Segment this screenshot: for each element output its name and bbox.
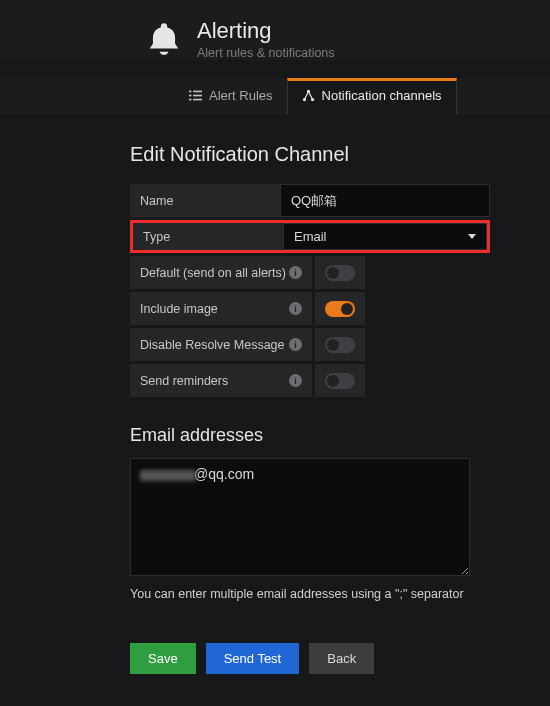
include-image-toggle[interactable] [325, 301, 355, 317]
tab-alert-rules-label: Alert Rules [209, 88, 273, 103]
info-icon[interactable]: i [289, 374, 302, 387]
page-header: Alerting Alert rules & notifications [0, 0, 550, 60]
disable-resolve-toggle[interactable] [325, 337, 355, 353]
default-row: Default (send on all alerts) i [130, 256, 490, 289]
page-title: Edit Notification Channel [130, 143, 490, 166]
type-select[interactable]: Email [283, 223, 487, 250]
chevron-down-icon [468, 234, 476, 239]
type-value: Email [294, 229, 327, 244]
tabs: Alert Rules Notification channels [0, 78, 550, 115]
save-button[interactable]: Save [130, 643, 196, 674]
info-icon[interactable]: i [289, 338, 302, 351]
svg-rect-2 [189, 95, 191, 97]
button-row: Save Send Test Back [130, 643, 490, 674]
send-reminders-row: Send reminders i [130, 364, 490, 397]
send-reminders-label: Send reminders i [130, 364, 312, 397]
default-label: Default (send on all alerts) i [130, 256, 312, 289]
name-input[interactable] [280, 184, 490, 217]
default-toggle[interactable] [325, 265, 355, 281]
include-image-label: Include image i [130, 292, 312, 325]
name-row: Name [130, 184, 490, 217]
email-hint: You can enter multiple email addresses u… [130, 587, 490, 601]
svg-rect-0 [189, 91, 191, 93]
send-reminders-toggle[interactable] [325, 373, 355, 389]
header-title: Alerting [197, 18, 335, 44]
back-button[interactable]: Back [309, 643, 374, 674]
svg-rect-1 [193, 91, 202, 93]
share-icon [302, 89, 315, 102]
svg-rect-4 [189, 99, 191, 101]
disable-resolve-row: Disable Resolve Message i [130, 328, 490, 361]
list-icon [189, 89, 202, 102]
info-icon[interactable]: i [289, 266, 302, 279]
type-label: Type [133, 223, 283, 250]
tab-alert-rules[interactable]: Alert Rules [175, 78, 287, 115]
disable-resolve-label: Disable Resolve Message i [130, 328, 312, 361]
email-addresses-textarea[interactable] [130, 458, 470, 576]
svg-rect-5 [193, 99, 202, 101]
email-section-title: Email addresses [130, 425, 490, 446]
svg-rect-3 [193, 95, 202, 97]
type-row: Type Email [130, 220, 490, 253]
info-icon[interactable]: i [289, 302, 302, 315]
include-image-row: Include image i [130, 292, 490, 325]
header-subtitle: Alert rules & notifications [197, 46, 335, 60]
tab-notification-channels-label: Notification channels [322, 88, 442, 103]
bell-icon [145, 20, 183, 58]
tab-notification-channels[interactable]: Notification channels [287, 78, 457, 115]
name-label: Name [130, 184, 280, 217]
send-test-button[interactable]: Send Test [206, 643, 300, 674]
